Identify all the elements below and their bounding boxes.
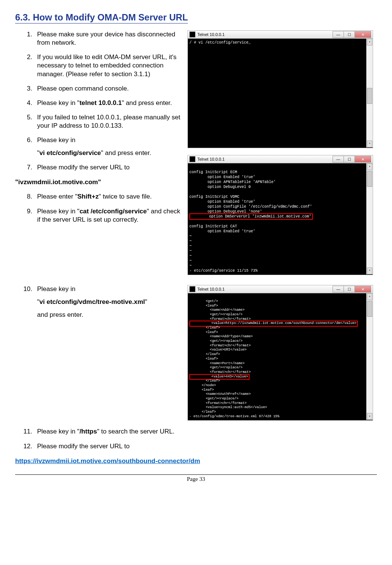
scrollbar[interactable]: ▴ ▾: [366, 39, 373, 147]
step-2: If you would like to edit OMA-DM server …: [34, 53, 184, 78]
maximize-button[interactable]: ☐: [344, 286, 355, 293]
minimize-button[interactable]: —: [333, 31, 344, 38]
step-11: Please key in "/https" to search the ser…: [34, 427, 205, 436]
instructions-part2: Please key in "vi etc/config/vdmc/tree-m…: [15, 285, 184, 427]
section-heading: 6.3. How to Modify OMA-DM Server URL: [15, 11, 188, 23]
terminal-window-2: Telnet 10.0.0.1 — ☐ ✕ config InitScript …: [187, 155, 373, 275]
maximize-button[interactable]: ☐: [344, 31, 355, 38]
step-1: Please make sure your device has disconn…: [34, 30, 184, 47]
page-footer: Page 33: [15, 474, 377, 483]
terminal-titlebar: Telnet 10.0.0.1 — ☐ ✕: [188, 155, 373, 163]
highlighted-line-dmserverurl: option DmServerUrl 'ivzwmdmii.iot.motive…: [189, 213, 313, 220]
step-6: Please key in "vi etc/config/service" an…: [34, 136, 184, 157]
terminal-body[interactable]: config InitScript ECM option Enabled 'tr…: [188, 163, 373, 275]
terminal-icon: [189, 31, 195, 38]
close-button[interactable]: ✕: [355, 286, 371, 293]
step-3: Please open command console.: [34, 85, 184, 93]
step-5: If you failed to telnet 10.0.0.1, please…: [34, 113, 184, 130]
step-9: Please key in "cat /etc/config/service" …: [34, 207, 184, 224]
instructions-part1: Please make sure your device has disconn…: [15, 30, 184, 282]
step-12: Please modify the server URL to: [34, 442, 205, 451]
terminal-icon: [189, 286, 195, 292]
close-button[interactable]: ✕: [355, 31, 371, 38]
close-button[interactable]: ✕: [355, 156, 371, 163]
terminal-titlebar: Telnet 10.0.0.1 — ☐ ✕: [188, 285, 373, 293]
step-10: Please key in "vi etc/config/vdmc/tree-m…: [34, 285, 184, 319]
terminal-window-3: Telnet 10.0.0.1 — ☐ ✕ <get/> <leaf> <nam…: [187, 285, 373, 421]
step-7: Please modify the server URL to: [34, 163, 184, 172]
minimize-button[interactable]: —: [333, 286, 344, 293]
step-8: Please enter "Shift+z" twice to save fil…: [34, 193, 184, 201]
step-4: Please key in "telnet 10.0.0.1" and pres…: [34, 99, 184, 107]
instructions-part3: Please key in "/https" to search the ser…: [15, 427, 205, 465]
minimize-button[interactable]: —: [333, 156, 344, 163]
maximize-button[interactable]: ☐: [344, 156, 355, 163]
terminal-window-1: Telnet 10.0.0.1 — ☐ ✕ / # vi /etc/config…: [187, 30, 373, 148]
terminal-body[interactable]: <get/> <leaf> <name>Addr</name> <get/><r…: [188, 293, 373, 420]
terminal-body[interactable]: / # vi /etc/config/service_: [188, 39, 373, 148]
url-1: "ivzwmdmii.iot.motive.com": [15, 178, 184, 186]
scrollbar[interactable]: ▴ ▾: [366, 163, 373, 274]
scrollbar[interactable]: ▴ ▾: [366, 293, 373, 420]
terminal-icon: [189, 156, 195, 162]
terminal-titlebar: Telnet 10.0.0.1 — ☐ ✕: [188, 31, 373, 39]
url-2-link[interactable]: https://ivzwmdmii.iot.motive.com/southbo…: [15, 457, 200, 465]
